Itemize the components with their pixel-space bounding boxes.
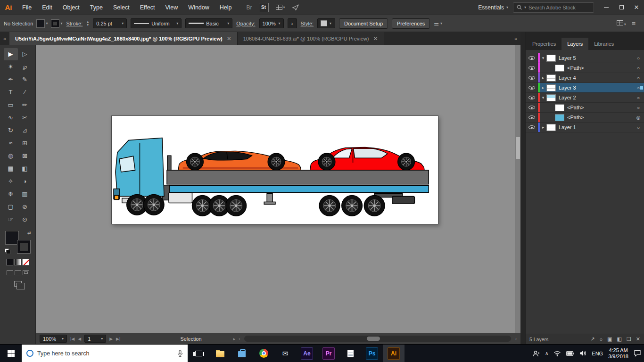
fill-color-indicator[interactable] — [6, 231, 18, 244]
mail-button[interactable]: ✉ — [274, 345, 296, 362]
rotate-tool[interactable]: ↻ — [4, 124, 18, 137]
bridge-button[interactable]: Br — [244, 4, 255, 11]
expand-chevron-icon[interactable]: ▾ — [540, 56, 546, 60]
screen-mode-button[interactable] — [14, 281, 22, 287]
tab-scroll-left[interactable]: « — [0, 32, 9, 45]
preferences-button[interactable]: Preferences — [392, 18, 430, 29]
expand-chevron-icon[interactable]: ▸ — [540, 125, 546, 130]
taskbar-search[interactable]: Type here to search — [22, 345, 188, 362]
gpu-performance-button[interactable] — [292, 4, 299, 11]
target-circle[interactable]: ○ — [633, 125, 644, 130]
target-circle[interactable]: ○ — [633, 56, 644, 61]
target-circle[interactable]: ○ — [633, 95, 644, 100]
lasso-tool[interactable]: ℘ — [18, 61, 32, 73]
wifi-icon[interactable] — [553, 351, 561, 356]
maximize-button[interactable] — [614, 0, 629, 15]
magic-wand-tool[interactable]: ✶ — [4, 61, 18, 73]
illustrator-button[interactable]: Ai — [383, 345, 405, 362]
paintbrush-tool[interactable]: ✏ — [18, 99, 32, 111]
collect-export-icon[interactable]: ↗ — [590, 336, 594, 342]
close-tab-icon[interactable]: ✕ — [373, 35, 378, 42]
clock[interactable]: 4:25 AM 3/9/2018 — [608, 347, 628, 360]
arrange-documents-button[interactable]: ▾ — [276, 5, 285, 10]
layer-thumbnail[interactable] — [555, 65, 564, 72]
panel-menu-button[interactable]: ≡ — [632, 20, 636, 27]
task-view-button[interactable] — [188, 345, 209, 362]
menu-view[interactable]: View — [160, 0, 183, 15]
locate-object-icon[interactable]: ○ — [599, 337, 603, 342]
layer-thumbnail[interactable] — [546, 94, 556, 101]
premiere-button[interactable]: Pr — [318, 345, 339, 362]
action-center-icon[interactable] — [634, 350, 641, 357]
free-transform-tool[interactable]: ⊞ — [18, 137, 32, 149]
gradient-tool[interactable]: ◧ — [18, 163, 32, 175]
artboard-tool[interactable]: ▢ — [4, 201, 18, 213]
rectangle-tool[interactable]: ▭ — [4, 99, 18, 111]
type-tool[interactable]: T — [4, 86, 18, 99]
default-fill-stroke-icon[interactable] — [5, 248, 10, 254]
blend-tool[interactable]: ◑ — [18, 175, 32, 188]
expand-chevron-icon[interactable]: ▸ — [540, 75, 546, 80]
menu-effect[interactable]: Effect — [135, 0, 160, 15]
panel-dock-toggle[interactable]: ▾ — [617, 20, 626, 26]
stroke-color-picker[interactable]: ▾ — [51, 20, 62, 27]
next-artboard-button[interactable]: ▶ — [109, 337, 113, 341]
panel-tab-properties[interactable]: Properties — [527, 38, 561, 50]
slice-tool[interactable]: ⊘ — [18, 201, 32, 213]
target-circle[interactable]: ○ — [633, 66, 644, 71]
opacity-field[interactable]: 100%▾ — [259, 18, 284, 28]
prev-artboard-button[interactable]: ◀ — [78, 337, 81, 341]
word-doc-button[interactable] — [339, 345, 361, 362]
scroll-left-icon[interactable]: ‹ — [239, 337, 240, 341]
layer-row[interactable]: ▾Layer 5○ — [526, 53, 644, 63]
language-indicator[interactable]: ENG — [592, 351, 603, 356]
selection-tool[interactable]: ▶ — [4, 48, 18, 60]
draw-inside-button[interactable] — [23, 270, 29, 275]
menu-window[interactable]: Window — [183, 0, 214, 15]
zoom-dropdown[interactable]: 100%▾ — [40, 335, 67, 343]
workspace-switcher[interactable]: Essentials▾ — [473, 4, 513, 11]
target-circle[interactable]: ○ — [633, 105, 644, 110]
expand-chevron-icon[interactable]: ▸ — [540, 85, 546, 90]
stroke-panel-link[interactable]: Stroke: — [66, 21, 83, 26]
tab-scroll-right[interactable]: » — [511, 32, 520, 45]
layer-thumbnail[interactable] — [546, 55, 556, 62]
layer-thumbnail[interactable] — [546, 74, 556, 82]
horizontal-scrollbar[interactable] — [244, 336, 511, 342]
menu-help[interactable]: Help — [215, 0, 237, 15]
style-link[interactable]: Style: — [301, 21, 314, 26]
expand-chevron-icon[interactable]: ▾ — [540, 95, 546, 100]
style-dropdown[interactable]: ▾ — [317, 18, 335, 28]
close-tab-icon[interactable]: ✕ — [227, 35, 231, 42]
status-flyout-icon[interactable]: ▸ — [233, 337, 236, 341]
stroke-weight-field[interactable]: 0.25 pt▾ — [93, 18, 127, 28]
document-tab[interactable]: U5driYiAJ5gwUgMvwMCuiNrtWagg4aZ_1680x840… — [9, 32, 238, 45]
vertical-scrollbar-thumb[interactable] — [516, 137, 520, 159]
after-effects-button[interactable]: Ae — [296, 345, 318, 362]
hand-tool[interactable]: ☞ — [4, 214, 18, 226]
new-layer-icon[interactable]: ❏ — [627, 336, 631, 342]
vertical-scrollbar[interactable] — [515, 45, 520, 333]
delete-layer-icon[interactable]: ✕ — [636, 336, 640, 342]
direct-selection-tool[interactable]: ▷ — [18, 48, 32, 60]
menu-type[interactable]: Type — [85, 0, 108, 15]
document-tab[interactable]: 106084-ON4C8I-639.ai* @ 100% (RGB/GPU Pr… — [238, 32, 384, 45]
fill-color-picker[interactable]: ▾ — [37, 20, 48, 27]
perspective-grid-tool[interactable]: ⊠ — [18, 150, 32, 162]
hidden-icons-chevron[interactable]: ∧ — [545, 351, 548, 356]
menu-file[interactable]: File — [17, 0, 37, 15]
menu-object[interactable]: Object — [58, 0, 85, 15]
menu-edit[interactable]: Edit — [37, 0, 58, 15]
shaper-tool[interactable]: ∿ — [4, 112, 18, 124]
width-tool[interactable]: ≈ — [4, 137, 18, 149]
layer-row[interactable]: <Path>◎ — [526, 113, 644, 123]
swap-fill-stroke-icon[interactable]: ⇄ — [27, 230, 31, 235]
opacity-link[interactable]: Opacity: — [236, 21, 255, 26]
visibility-toggle[interactable] — [526, 53, 538, 63]
visibility-toggle[interactable] — [526, 123, 538, 132]
stroke-weight-stepper[interactable]: ▲▼ — [86, 20, 89, 26]
layer-row[interactable]: ▸Layer 3○ — [526, 83, 644, 93]
artboard[interactable] — [111, 115, 438, 224]
gradient-button[interactable] — [14, 259, 21, 265]
layer-row[interactable]: ▾Layer 2○ — [526, 93, 644, 103]
